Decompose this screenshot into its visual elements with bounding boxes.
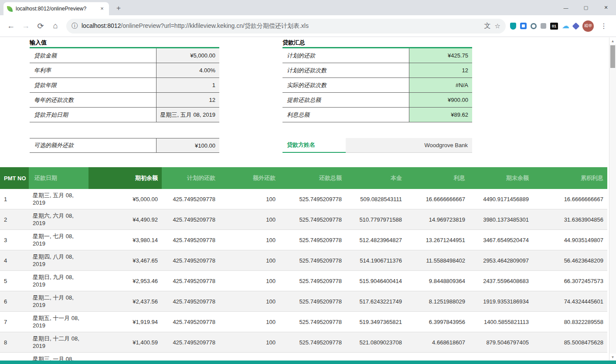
schedule-cell: 425.7495209778 (162, 291, 219, 312)
schedule-row: 6星期二, 十月 08, 2019¥2,437.56425.7495209778… (0, 291, 607, 312)
translate-icon[interactable]: 文 (484, 22, 491, 30)
schedule-cell: 7 (0, 312, 29, 332)
close-window-button[interactable]: ✕ (596, 0, 616, 15)
schedule-row: 3星期一, 七月 08, 2019¥3,980.14425.7495209778… (0, 230, 607, 250)
field-value: 12 (409, 63, 472, 78)
field-label: 提前还款总额 (282, 93, 409, 107)
schedule-cell: 8.1251988029 (406, 291, 469, 312)
field-label: 实际的还款次数 (282, 78, 409, 92)
field-label: 可选的额外还款 (30, 138, 156, 152)
form-row: 贷款开始日期星期三, 五月 08, 2019 (30, 108, 219, 122)
browser-toolbar: ← → ⟳ ⌂ ⓘ localhost:8012/onlinePreview?u… (0, 15, 616, 37)
diamond-extension-icon[interactable] (572, 22, 580, 30)
schedule-cell: 512.4823964827 (346, 230, 406, 250)
scroll-down-icon[interactable]: ▼ (609, 354, 616, 361)
form-row: 年利率4.00% (30, 63, 219, 78)
address-bar[interactable]: ⓘ localhost:8012/onlinePreview?url=http:… (66, 19, 506, 34)
schedule-cell: 100 (219, 291, 279, 312)
schedule-cell: 425.7495209778 (162, 189, 219, 209)
schedule-column-header: PMT NO (0, 167, 29, 189)
bookmark-star-icon[interactable]: ☆ (495, 22, 500, 30)
form-row: 利息总额¥89.62 (282, 108, 472, 122)
new-tab-button[interactable]: + (112, 2, 125, 14)
field-value: ¥900.00 (409, 93, 472, 107)
field-label: 贷款金额 (30, 48, 156, 63)
maximize-button[interactable]: ▢ (576, 0, 596, 15)
input-section-title: 输入值 (30, 38, 219, 47)
field-value: 12 (156, 93, 219, 107)
schedule-cell: 525.7495209778 (279, 230, 346, 250)
schedule-cell: ¥4,490.92 (88, 209, 162, 230)
forward-button[interactable]: → (19, 20, 32, 33)
field-value: ¥100.00 (156, 138, 219, 152)
schedule-column-header: 计划的还款 (162, 167, 219, 189)
schedule-cell: 5 (0, 271, 29, 291)
schedule-cell: 2 (0, 209, 29, 230)
schedule-cell: 509.0828543111 (346, 189, 406, 209)
schedule-cell: 3 (0, 230, 29, 250)
field-label: 贷款年限 (30, 78, 156, 92)
schedule-cell: 100 (219, 332, 279, 353)
home-button[interactable]: ⌂ (49, 20, 62, 33)
schedule-cell: 星期日, 九月 08, 2019 (29, 271, 88, 291)
kkfileview-leaf-favicon-icon (7, 6, 13, 12)
browser-tab[interactable]: localhost:8012/onlinePreview? × (3, 2, 109, 15)
close-tab-icon[interactable]: × (99, 5, 106, 12)
schedule-cell: 525.7495209778 (279, 291, 346, 312)
field-value: ¥89.62 (409, 108, 472, 122)
tab-bar: localhost:8012/onlinePreview? × + — ▢ ✕ (0, 0, 616, 15)
schedule-cell: 514.1906711376 (346, 250, 406, 271)
schedule-cell: ¥3,467.65 (88, 250, 162, 271)
field-value: ¥425.75 (409, 48, 472, 63)
form-row: 计划的还款¥425.75 (282, 48, 472, 63)
scroll-up-icon[interactable]: ▲ (609, 37, 616, 44)
schedule-cell: 525.7495209778 (279, 209, 346, 230)
url-path: /onlinePreview?url=http://kkfileview.kek… (121, 22, 309, 29)
schedule-row: 8星期日, 十二月 08, 2019¥1,400.59425.749520977… (0, 332, 607, 353)
scrollbar-thumb[interactable] (610, 45, 615, 68)
schedule-cell: 521.0809023708 (346, 332, 406, 353)
schedule-cell: ¥5,000.00 (88, 189, 162, 209)
schedule-cell: 星期四, 八月 08, 2019 (29, 250, 88, 271)
schedule-cell: 100 (219, 209, 279, 230)
schedule-column-header: 还款总额 (279, 167, 346, 189)
schedule-cell: 66.3072457573 (533, 271, 607, 291)
profile-avatar[interactable]: 精华 (582, 20, 594, 32)
schedule-cell: 星期二, 十月 08, 2019 (29, 291, 88, 312)
shield-extension-icon[interactable] (510, 23, 516, 30)
schedule-cell: ¥1,919.94 (88, 312, 162, 332)
schedule-cell: 425.7495209778 (162, 271, 219, 291)
browser-menu-icon[interactable]: ⋮ (598, 22, 610, 30)
schedule-cell: 525.7495209778 (279, 189, 346, 209)
gray-extension-icon[interactable] (541, 23, 546, 29)
schedule-column-header: 期初余额 (88, 167, 162, 189)
url-host: localhost:8012 (82, 22, 121, 29)
amortization-schedule: PMT NO还款日期期初余额计划的还款额外还款还款总额本金利息期末余额累积利息 … (0, 167, 607, 364)
01-badge-extension-icon[interactable]: 01 (550, 23, 558, 30)
tab-title: localhost:8012/onlinePreview? (16, 6, 95, 12)
field-value: 星期三, 五月 08, 2019 (156, 108, 219, 122)
spreadsheet-preview: 输入值 贷款金额¥5,000.00年利率4.00%贷款年限1每年的还款次数12贷… (0, 37, 616, 364)
blue-extension-icon[interactable] (520, 23, 527, 29)
schedule-cell: 519.3497365821 (346, 312, 406, 332)
page-info-icon[interactable]: ⓘ (71, 22, 78, 30)
schedule-cell: 525.7495209778 (279, 312, 346, 332)
refresh-button[interactable]: ⟳ (34, 20, 47, 33)
schedule-cell: 6.3997843956 (406, 312, 469, 332)
schedule-cell: 星期五, 十一月 08, 2019 (29, 312, 88, 332)
form-row: 贷款金额¥5,000.00 (30, 48, 219, 63)
schedule-cell: 1919.9353186934 (469, 291, 533, 312)
form-row: 贷款年限1 (30, 78, 219, 93)
ring-extension-icon[interactable] (531, 23, 537, 29)
vertical-scrollbar[interactable]: ▲ ▼ (609, 37, 616, 361)
schedule-cell: 425.7495209778 (162, 332, 219, 353)
back-button[interactable]: ← (4, 20, 17, 33)
toolbar-actions: 01 ☁ 精华 ⋮ (510, 20, 612, 32)
schedule-cell: ¥2,437.56 (88, 291, 162, 312)
schedule-cell: 425.7495209778 (162, 312, 219, 332)
minimize-button[interactable]: — (556, 0, 576, 15)
schedule-cell: 80.8322289558 (533, 312, 607, 332)
schedule-cell: 4 (0, 250, 29, 271)
cloud-extension-icon[interactable]: ☁ (562, 22, 569, 30)
schedule-cell: ¥3,980.14 (88, 230, 162, 250)
